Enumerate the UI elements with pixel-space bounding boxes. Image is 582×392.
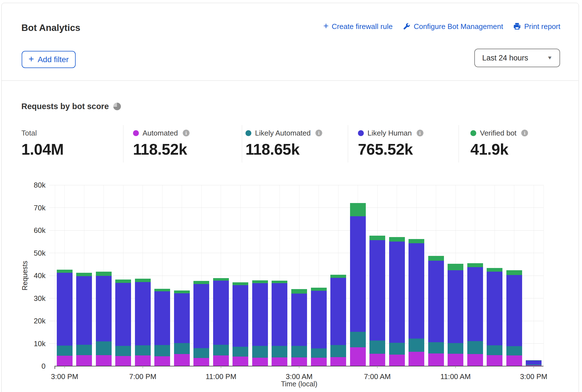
plus-icon: + xyxy=(29,54,34,64)
bar-segment-Automated xyxy=(193,358,209,366)
bar-2:00 AM xyxy=(272,281,287,366)
bar-7:00 AM xyxy=(369,236,385,366)
bar-segment-Likely Human xyxy=(311,291,327,348)
chevron-down-icon: ▼ xyxy=(547,55,552,61)
bar-segment-Verified bot xyxy=(252,280,268,283)
bar-segment-Likely Automated xyxy=(487,345,502,355)
x-tick-label: 7:00 AM xyxy=(364,372,391,381)
requests-by-bot-score-chart: 010k20k30k40k50k60k70k80k3:00 PM7:00 PM1… xyxy=(0,174,582,392)
bar-segment-Automated xyxy=(389,355,405,366)
bar-segment-Likely Human xyxy=(487,272,502,345)
bar-segment-Likely Automated xyxy=(154,345,170,356)
bar-12:00 PM xyxy=(467,263,483,366)
bar-segment-Likely Human xyxy=(135,282,151,345)
bar-6:00 PM xyxy=(115,280,131,366)
section-title-text: Requests by bot score xyxy=(21,102,109,111)
info-icon[interactable]: i xyxy=(315,130,322,136)
stat-verified-bot: Verified bot i 41.9k xyxy=(470,129,528,157)
bar-segment-Likely Automated xyxy=(213,345,229,355)
bar-segment-Likely Human xyxy=(389,242,405,343)
verified-bot-dot xyxy=(470,130,476,136)
bar-segment-Verified bot xyxy=(174,290,190,293)
header-divider xyxy=(2,80,578,81)
bar-4:00 AM xyxy=(311,288,327,366)
y-tick-label: 80k xyxy=(34,181,46,189)
x-tick-label: 11:00 PM xyxy=(206,372,236,381)
bar-segment-Automated xyxy=(311,358,327,366)
likely-automated-dot xyxy=(245,130,251,136)
bar-5:00 AM xyxy=(330,275,346,366)
x-tick-label: 3:00 PM xyxy=(520,372,547,381)
bar-segment-Likely Human xyxy=(330,278,346,345)
bar-segment-Verified bot xyxy=(369,236,385,240)
likely-human-dot xyxy=(358,130,364,136)
bar-segment-Likely Automated xyxy=(57,346,73,356)
bar-segment-Likely Automated xyxy=(350,332,366,348)
bar-8:00 PM xyxy=(154,289,170,366)
bar-segment-Automated xyxy=(291,357,307,366)
x-tick-label: 3:00 PM xyxy=(51,372,78,381)
bar-4:00 PM xyxy=(76,273,92,366)
bar-segment-Verified bot xyxy=(526,360,542,361)
bar-segment-Automated xyxy=(233,357,248,366)
bar-8:00 AM xyxy=(389,237,405,366)
bar-7:00 PM xyxy=(135,279,151,366)
bar-3:00 AM xyxy=(291,289,307,366)
bar-segment-Verified bot xyxy=(233,282,248,285)
bar-segment-Likely Automated xyxy=(428,342,444,353)
time-range-select[interactable]: Last 24 hours ▼ xyxy=(474,49,560,67)
bar-segment-Automated xyxy=(409,352,424,366)
y-tick-label: 50k xyxy=(34,249,46,257)
bar-segment-Verified bot xyxy=(76,273,92,276)
y-tick-label: 70k xyxy=(34,204,46,212)
bar-segment-Likely Automated xyxy=(448,343,463,354)
bar-11:00 AM xyxy=(448,264,463,366)
bar-segment-Verified bot xyxy=(389,237,405,242)
bar-segment-Automated xyxy=(487,355,502,366)
bar-2:00 PM xyxy=(506,270,522,366)
bar-segment-Verified bot xyxy=(311,288,327,291)
info-icon[interactable]: i xyxy=(183,130,190,136)
bar-10:00 PM xyxy=(193,281,209,366)
bar-segment-Automated xyxy=(57,356,73,366)
bar-segment-Automated xyxy=(115,356,131,366)
bar-segment-Automated xyxy=(213,355,229,366)
bar-segment-Likely Automated xyxy=(272,346,287,357)
bar-segment-Likely Human xyxy=(448,270,463,343)
info-icon[interactable]: i xyxy=(521,130,528,136)
bar-segment-Automated xyxy=(428,353,444,366)
bar-segment-Likely Human xyxy=(233,285,248,347)
bar-segment-Automated xyxy=(252,358,268,366)
bar-segment-Likely Human xyxy=(154,291,170,345)
bar-segment-Likely Human xyxy=(506,275,522,346)
print-report-link[interactable]: Print report xyxy=(513,22,560,31)
bar-segment-Likely Human xyxy=(369,240,385,341)
y-tick-label: 40k xyxy=(34,271,46,280)
y-axis-title: Requests xyxy=(21,261,29,290)
bar-segment-Likely Automated xyxy=(135,345,151,355)
bar-12:00 AM xyxy=(233,282,248,366)
stat-automated-value: 118.52k xyxy=(133,142,190,157)
y-tick-label: 0 xyxy=(42,362,46,370)
bar-segment-Likely Automated xyxy=(369,341,385,354)
bar-segment-Likely Human xyxy=(350,216,366,332)
bar-segment-Verified bot xyxy=(291,289,307,293)
bar-segment-Likely Human xyxy=(409,243,424,339)
x-tick-label: 3:00 AM xyxy=(286,372,312,381)
printer-icon xyxy=(513,22,521,30)
bar-9:00 AM xyxy=(409,239,424,366)
stat-automated-label: Automated xyxy=(143,129,178,138)
bar-segment-Likely Human xyxy=(193,284,209,348)
bar-segment-Likely Human xyxy=(76,276,92,345)
create-firewall-rule-link[interactable]: + Create firewall rule xyxy=(323,22,392,31)
bar-segment-Verified bot xyxy=(193,281,209,284)
add-filter-button[interactable]: + Add filter xyxy=(22,51,76,68)
info-icon[interactable]: i xyxy=(417,130,423,136)
bar-segment-Automated xyxy=(467,354,483,366)
stat-verified-bot-value: 41.9k xyxy=(470,142,528,157)
stat-likely-human-value: 765.52k xyxy=(358,142,423,157)
configure-bot-management-link[interactable]: Configure Bot Management xyxy=(403,22,503,31)
bar-segment-Likely Automated xyxy=(96,341,112,355)
bar-segment-Likely Human xyxy=(467,267,483,341)
bar-5:00 PM xyxy=(96,272,112,366)
